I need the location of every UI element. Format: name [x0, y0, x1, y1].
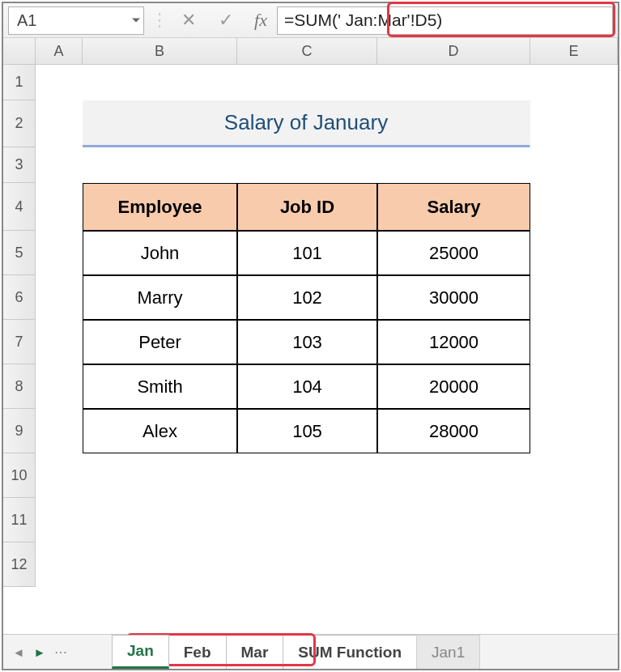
column-header-A[interactable]: A [36, 38, 83, 64]
cell-salary[interactable]: 28000 [377, 409, 530, 453]
cell[interactable] [377, 498, 530, 542]
cell-employee[interactable]: Smith [83, 364, 237, 409]
cell-salary[interactable]: 30000 [377, 275, 530, 320]
cell[interactable] [36, 409, 83, 453]
cell[interactable] [237, 542, 377, 587]
cell[interactable] [83, 147, 237, 183]
cell[interactable] [36, 542, 83, 587]
cell[interactable] [83, 65, 237, 100]
cell[interactable] [530, 320, 618, 364]
table-header-employee[interactable]: Employee [83, 183, 237, 231]
cell-salary[interactable]: 12000 [377, 320, 530, 364]
confirm-button[interactable]: ✓ [207, 3, 245, 37]
insert-function-button[interactable]: fx [245, 3, 277, 37]
cell-employee[interactable]: Alex [83, 409, 237, 453]
cell[interactable] [530, 147, 618, 183]
cell[interactable] [237, 65, 377, 100]
cell-jobid[interactable]: 103 [237, 320, 377, 364]
cell[interactable] [36, 100, 83, 147]
column-header-B[interactable]: B [83, 38, 237, 64]
formula-input[interactable]: =SUM(' Jan:Mar'!D5) [277, 6, 613, 35]
tab-nav-prev-icon[interactable]: ◄ [8, 635, 29, 669]
cell[interactable] [530, 231, 618, 275]
cell[interactable] [530, 65, 618, 100]
formula-bar: A1 ⋮ ✕ ✓ fx =SUM(' Jan:Mar'!D5) [3, 3, 618, 38]
row-header-8[interactable]: 8 [3, 364, 36, 409]
cell[interactable] [530, 498, 618, 542]
row-header-9[interactable]: 9 [3, 409, 36, 453]
cancel-button[interactable]: ✕ [170, 3, 207, 37]
cell[interactable] [530, 100, 618, 147]
tab-nav-more-icon[interactable]: ⋯ [50, 635, 71, 669]
cell[interactable] [377, 453, 530, 498]
cell[interactable] [83, 542, 237, 587]
table-row: 9 Alex 105 28000 [3, 409, 618, 453]
column-header-E[interactable]: E [530, 38, 618, 64]
cell[interactable] [36, 320, 83, 364]
cell[interactable] [237, 453, 377, 498]
tab-label: Jan [127, 642, 154, 660]
cell-employee[interactable]: Marry [83, 275, 237, 320]
column-header-C[interactable]: C [237, 38, 377, 64]
sheet-tab-jan[interactable]: Jan [112, 635, 169, 669]
sheet-tab-mar[interactable]: Mar [226, 635, 284, 669]
sheet-tab-jan1[interactable]: Jan1 [416, 635, 480, 669]
row-header-2[interactable]: 2 [3, 100, 36, 147]
cell-salary[interactable]: 20000 [377, 364, 530, 409]
row-header-5[interactable]: 5 [3, 231, 36, 275]
cell[interactable] [36, 453, 83, 498]
grid-row: 1 [3, 65, 618, 100]
tab-label: SUM Function [298, 644, 402, 661]
cell[interactable] [530, 364, 618, 409]
grid-row: 4 Employee Job ID Salary [3, 183, 618, 231]
cell[interactable] [530, 453, 618, 498]
cell-jobid[interactable]: 102 [237, 275, 377, 320]
cell[interactable] [36, 183, 83, 231]
cell[interactable] [377, 147, 530, 183]
tab-label: Mar [241, 644, 269, 661]
cell-jobid[interactable]: 101 [237, 231, 377, 275]
cell[interactable] [36, 65, 83, 100]
select-all-corner[interactable] [3, 38, 36, 64]
row-header-10[interactable]: 10 [3, 453, 36, 498]
table-header-salary[interactable]: Salary [377, 183, 530, 231]
cell[interactable] [530, 183, 618, 231]
cell[interactable] [36, 231, 83, 275]
cell[interactable] [237, 147, 377, 183]
name-box[interactable]: A1 [8, 6, 144, 35]
cell-jobid[interactable]: 104 [237, 364, 377, 409]
cell[interactable] [83, 453, 237, 498]
cell[interactable] [36, 364, 83, 409]
cell[interactable] [530, 409, 618, 453]
cell[interactable] [377, 65, 530, 100]
sheet-tab-strip: ◄ ► ⋯ Jan Feb Mar SUM Function Jan1 [3, 634, 618, 669]
cell[interactable] [83, 498, 237, 542]
cell[interactable] [36, 147, 83, 183]
cell-salary[interactable]: 25000 [377, 231, 530, 275]
check-icon: ✓ [219, 10, 233, 31]
cell[interactable] [377, 542, 530, 587]
row-header-7[interactable]: 7 [3, 320, 36, 364]
cell-employee[interactable]: Peter [83, 320, 237, 364]
cell-employee[interactable]: John [83, 231, 237, 275]
sheet-tab-feb[interactable]: Feb [168, 635, 227, 669]
sheet-tab-sumfunction[interactable]: SUM Function [283, 635, 417, 669]
row-header-3[interactable]: 3 [3, 147, 36, 183]
cell-jobid[interactable]: 105 [237, 409, 377, 453]
chevron-down-icon[interactable] [132, 19, 140, 23]
cell[interactable] [237, 498, 377, 542]
row-header-6[interactable]: 6 [3, 275, 36, 320]
cell[interactable] [36, 275, 83, 320]
row-header-11[interactable]: 11 [3, 498, 36, 542]
column-header-D[interactable]: D [377, 38, 530, 64]
row-header-1[interactable]: 1 [3, 65, 36, 100]
tab-nav-next-icon[interactable]: ► [29, 635, 50, 669]
table-header-jobid[interactable]: Job ID [237, 183, 377, 231]
sheet-title-cell[interactable]: Salary of January [83, 100, 530, 147]
cell[interactable] [530, 275, 618, 320]
row-header-4[interactable]: 4 [3, 183, 36, 231]
cell[interactable] [36, 498, 83, 542]
cell[interactable] [530, 542, 618, 587]
table-row: 6 Marry 102 30000 [3, 275, 618, 320]
row-header-12[interactable]: 12 [3, 542, 36, 587]
